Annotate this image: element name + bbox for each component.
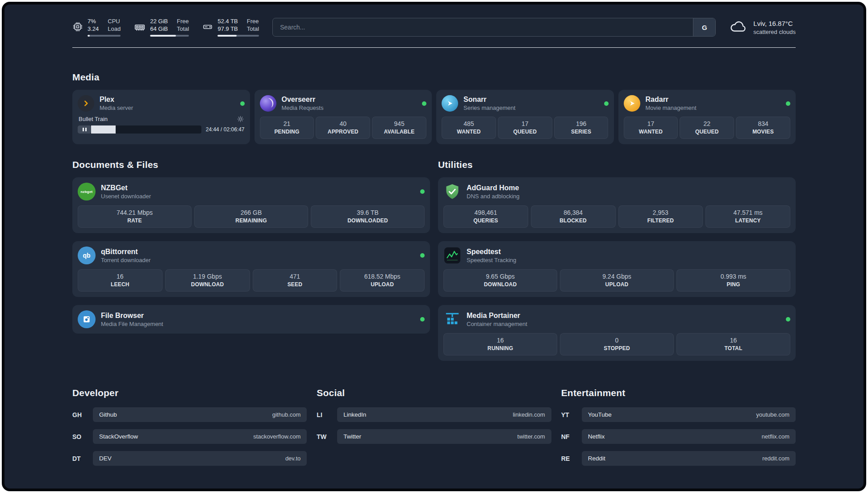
section-media: Media Plex Media server Bullet Train [72,72,796,144]
app-card-nzbget[interactable]: nzbget NZBGet Usenet downloader 744.21 M… [72,177,430,233]
app-subtitle: Media server [100,104,133,111]
bookmark-tag: TW [317,433,331,440]
stat-running: 16RUNNING [443,333,557,355]
memory-label-bottom: Total [177,25,189,32]
app-subtitle: Container management [467,321,527,327]
app-subtitle: Media File Management [101,321,163,327]
bookmark-reddit[interactable]: RE Reddit reddit.com [561,451,796,466]
cpu-chip-icon [72,21,83,32]
app-subtitle: DNS and adblocking [467,193,520,200]
bookmark-tag: DT [72,455,87,462]
playback-time: 24:44 / 02:06:47 [206,126,245,133]
now-playing-widget: Bullet Train 24:44 / 02:06:47 [78,116,245,134]
bookmark-tag: GH [72,411,87,418]
app-card-radarr[interactable]: Radarr Movie management 17WANTED 22QUEUE… [618,90,796,144]
search-engine-button[interactable]: G [693,18,715,36]
stat-total: 16TOTAL [676,333,790,355]
app-name: File Browser [101,312,163,320]
status-dot-online [420,317,425,322]
hard-drive-icon [202,21,213,32]
sonarr-icon [442,95,458,112]
cpu-widget: 7% CPU 3.24 Load [72,18,121,37]
cpu-usage-value: 7% [88,18,99,25]
memory-label-top: Free [177,18,189,25]
pause-button[interactable] [78,125,91,134]
stat-pending: 21PENDING [260,117,314,139]
app-card-sonarr[interactable]: Sonarr Series management 485WANTED 17QUE… [436,90,614,144]
stat-upload: 9.24 GbpsUPLOAD [560,269,674,292]
stat-stopped: 0STOPPED [560,333,674,355]
cpu-label-bottom: Load [108,25,121,32]
app-name: qBittorrent [101,248,150,256]
app-subtitle: Speedtest Tracking [467,257,516,263]
memory-free-value: 22 GiB [150,18,168,25]
stat-series: 196SERIES [554,117,609,139]
status-dot-online [420,189,425,194]
bookmark-group-developer: Developer GH Github github.com SO StackO… [72,388,307,473]
app-name: Speedtest [467,248,516,256]
app-card-overseerr[interactable]: Overseerr Media Requests 21PENDING 40APP… [255,90,432,144]
memory-progress-bar [150,35,189,37]
stat-movies: 834MOVIES [736,117,790,139]
speedtest-chart-icon [443,246,461,264]
status-dot-online [240,101,245,106]
section-utilities: Utilities AdGuard Home [438,159,796,361]
filebrowser-icon [78,310,96,328]
app-card-filebrowser[interactable]: File Browser Media File Management [72,305,430,334]
app-card-qbittorrent[interactable]: qb qBittorrent Torrent downloader 16LEEC… [72,241,430,297]
bookmark-tag: NF [561,433,576,440]
section-title-utilities: Utilities [438,159,796,170]
playback-progress-fill [91,125,116,134]
section-title-media: Media [72,72,796,83]
cpu-label-top: CPU [108,18,121,25]
bookmark-netflix[interactable]: NF Netflix netflix.com [561,429,796,444]
status-dot-online [420,253,425,258]
app-subtitle: Movie management [646,104,697,111]
cpu-progress-bar [88,35,121,37]
stat-queued: 22QUEUED [680,117,734,139]
dashboard-screen: 7% CPU 3.24 Load 22 GiB Free [2,2,866,491]
app-subtitle: Media Requests [282,104,324,111]
playback-progress-bar[interactable] [78,125,201,134]
stat-downloaded: 39.6 TBDOWNLOADED [311,205,425,228]
app-card-portainer[interactable]: Media Portainer Container management 16R… [438,305,796,361]
status-dot-online [786,101,790,106]
plex-icon [78,95,94,112]
nzbget-icon: nzbget [78,183,96,201]
radarr-icon [624,95,640,112]
bookmark-linkedin[interactable]: LI LinkedIn linkedin.com [317,407,551,422]
ram-icon [134,21,146,33]
disk-label-bottom: Total [247,25,259,32]
app-card-speedtest[interactable]: Speedtest Speedtest Tracking 9.65 GbpsDO… [438,241,796,297]
stat-leech: 16LEECH [78,269,163,292]
disk-free-value: 52.4 TB [217,18,238,25]
app-subtitle: Usenet downloader [101,193,151,200]
bookmark-youtube[interactable]: YT YouTube youtube.com [561,407,796,422]
bookmark-tag: SO [72,433,87,440]
stat-filtered: 2,953FILTERED [618,205,703,228]
adguard-shield-icon [443,183,461,201]
disk-total-value: 97.9 TB [217,25,238,32]
app-card-plex[interactable]: Plex Media server Bullet Train [72,90,250,144]
disk-progress-bar [217,35,259,37]
bookmark-stackoverflow[interactable]: SO StackOverflow stackoverflow.com [72,429,307,444]
memory-total-value: 64 GiB [150,25,168,32]
bookmark-dev[interactable]: DT DEV dev.to [72,451,307,466]
app-name: AdGuard Home [467,184,520,192]
app-subtitle: Torrent downloader [101,257,150,263]
stat-ping: 0.993 msPING [676,269,790,292]
stat-upload: 618.52 MbpsUPLOAD [340,269,425,292]
weather-condition: scattered clouds [753,29,796,35]
settings-gear-icon[interactable] [237,116,244,122]
section-documents: Documents & Files nzbget NZBGet Usenet d… [72,159,430,334]
app-card-adguard[interactable]: AdGuard Home DNS and adblocking 498,461Q… [438,177,796,233]
stat-queries: 498,461QUERIES [443,205,528,228]
bookmark-twitter[interactable]: TW Twitter twitter.com [317,429,551,444]
weather-location: Lviv, 16.87°C [753,20,796,27]
stat-remaining: 266 GBREMAINING [194,205,308,228]
bookmark-tag: YT [561,411,576,418]
search-bar: G [272,18,716,37]
bookmark-github[interactable]: GH Github github.com [72,407,307,422]
bookmark-group-entertainment: Entertainment YT YouTube youtube.com NF … [561,388,796,473]
search-input[interactable] [273,18,693,36]
